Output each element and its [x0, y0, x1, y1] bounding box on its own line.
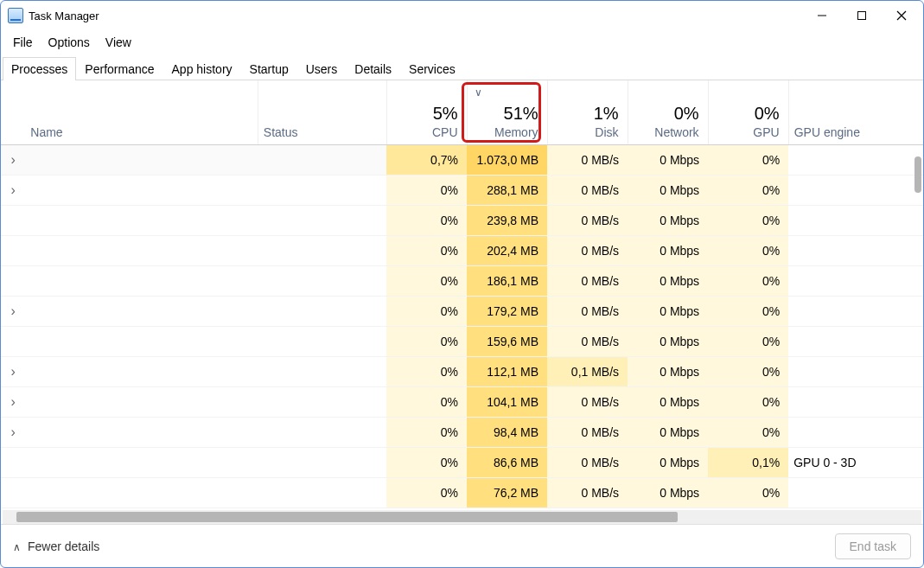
cell-network: 0 Mbps: [628, 386, 708, 417]
col-header-disk[interactable]: 1% Disk: [547, 80, 628, 144]
table-row[interactable]: 0%186,1 MB0 MB/s0 Mbps0%: [1, 265, 923, 296]
horizontal-scrollbar[interactable]: [3, 510, 921, 524]
chevron-right-icon: [10, 424, 15, 440]
col-header-status[interactable]: Status: [258, 80, 386, 144]
maximize-button[interactable]: [842, 3, 882, 29]
cell-status: [258, 417, 386, 447]
chevron-right-icon: [10, 394, 15, 410]
fewer-details-toggle[interactable]: Fewer details: [13, 539, 99, 553]
cell-gpu-engine: [788, 386, 923, 417]
cell-name: [25, 356, 258, 386]
cell-memory: 86,6 MB: [467, 447, 547, 477]
horizontal-scroll-thumb[interactable]: [16, 512, 678, 522]
expand-toggle[interactable]: [1, 356, 25, 386]
tab-services[interactable]: Services: [400, 57, 464, 80]
cell-disk: 0 MB/s: [547, 417, 628, 447]
col-header-expand[interactable]: [1, 80, 25, 144]
expand-toggle[interactable]: [1, 175, 25, 205]
cell-gpu-engine: [788, 175, 923, 205]
cell-name: [25, 477, 258, 507]
col-header-cpu[interactable]: 5% CPU: [386, 80, 467, 144]
cell-memory: 186,1 MB: [467, 265, 547, 296]
tab-details[interactable]: Details: [346, 57, 400, 80]
cell-gpu: 0%: [708, 477, 788, 507]
col-header-name[interactable]: Name: [25, 80, 258, 144]
tab-users[interactable]: Users: [297, 57, 347, 80]
cell-network: 0 Mbps: [628, 356, 708, 386]
cell-gpu: 0%: [708, 417, 788, 447]
tab-startup[interactable]: Startup: [241, 57, 297, 80]
cell-gpu-engine: GPU 0 - 3D: [788, 447, 923, 477]
vertical-scrollbar[interactable]: [911, 144, 923, 510]
col-header-gpu-engine[interactable]: GPU engine: [788, 80, 923, 144]
cell-cpu: 0%: [386, 235, 467, 265]
col-header-memory[interactable]: 51% Memory: [467, 80, 547, 144]
footer: Fewer details End task: [1, 524, 923, 567]
table-row[interactable]: 0%202,4 MB0 MB/s0 Mbps0%: [1, 235, 923, 265]
cell-gpu-engine: [788, 477, 923, 507]
cell-gpu-engine: [788, 296, 923, 326]
tab-processes[interactable]: Processes: [3, 57, 76, 80]
table-row[interactable]: 0%112,1 MB0,1 MB/s0 Mbps0%: [1, 356, 923, 386]
expand-toggle[interactable]: [1, 386, 25, 417]
maximize-icon: [857, 10, 867, 21]
cell-gpu: 0%: [708, 296, 788, 326]
cell-disk: 0 MB/s: [547, 386, 628, 417]
table-row[interactable]: 0%179,2 MB0 MB/s0 Mbps0%: [1, 296, 923, 326]
cell-memory: 179,2 MB: [467, 296, 547, 326]
cell-network: 0 Mbps: [628, 235, 708, 265]
cell-gpu-engine: [788, 265, 923, 296]
cell-name: [25, 447, 258, 477]
cell-name: [25, 386, 258, 417]
cell-network: 0 Mbps: [628, 205, 708, 235]
menu-view[interactable]: View: [98, 32, 139, 53]
expand-toggle[interactable]: [1, 417, 25, 447]
process-grid-wrap: Name Status 5% CPU: [1, 80, 923, 510]
cell-memory: 159,6 MB: [467, 326, 547, 356]
end-task-button[interactable]: End task: [835, 533, 911, 559]
table-row[interactable]: 0%98,4 MB0 MB/s0 Mbps0%: [1, 417, 923, 447]
cell-name: [25, 265, 258, 296]
col-header-gpu[interactable]: 0% GPU: [708, 80, 788, 144]
cell-status: [258, 175, 386, 205]
table-row[interactable]: 0%86,6 MB0 MB/s0 Mbps0,1%GPU 0 - 3D: [1, 447, 923, 477]
cell-memory: 239,8 MB: [467, 205, 547, 235]
cell-cpu: 0%: [386, 356, 467, 386]
cell-network: 0 Mbps: [628, 326, 708, 356]
col-header-network[interactable]: 0% Network: [628, 80, 708, 144]
menu-options[interactable]: Options: [41, 32, 98, 53]
table-row[interactable]: 0%104,1 MB0 MB/s0 Mbps0%: [1, 386, 923, 417]
menubar: File Options View: [1, 30, 923, 54]
expand-toggle: [1, 326, 25, 356]
table-row[interactable]: 0%76,2 MB0 MB/s0 Mbps0%: [1, 477, 923, 507]
cell-memory: 112,1 MB: [467, 356, 547, 386]
cell-disk: 0 MB/s: [547, 477, 628, 507]
table-row[interactable]: 0%239,8 MB0 MB/s0 Mbps0%: [1, 205, 923, 235]
cell-name: [25, 205, 258, 235]
close-button[interactable]: [882, 3, 921, 29]
tab-app-history[interactable]: App history: [163, 57, 241, 80]
cell-memory: 76,2 MB: [467, 477, 547, 507]
chevron-right-icon: [10, 152, 15, 168]
expand-toggle[interactable]: [1, 296, 25, 326]
chevron-up-icon: [13, 539, 21, 553]
cell-cpu: 0%: [386, 296, 467, 326]
menu-file[interactable]: File: [5, 32, 41, 53]
cell-network: 0 Mbps: [628, 265, 708, 296]
table-row[interactable]: 0%159,6 MB0 MB/s0 Mbps0%: [1, 326, 923, 356]
fewer-details-label: Fewer details: [28, 539, 99, 553]
table-row[interactable]: 0%288,1 MB0 MB/s0 Mbps0%: [1, 175, 923, 205]
minimize-button[interactable]: [802, 3, 842, 29]
cell-disk: 0 MB/s: [547, 205, 628, 235]
vertical-scroll-thumb[interactable]: [914, 156, 921, 193]
cell-network: 0 Mbps: [628, 296, 708, 326]
tab-performance[interactable]: Performance: [76, 57, 162, 80]
table-row[interactable]: 0,7%1.073,0 MB0 MB/s0 Mbps0%: [1, 144, 923, 175]
cell-network: 0 Mbps: [628, 417, 708, 447]
window-controls: [802, 3, 921, 29]
expand-toggle[interactable]: [1, 144, 25, 175]
cell-disk: 0 MB/s: [547, 265, 628, 296]
titlebar[interactable]: Task Manager: [1, 1, 923, 30]
cell-gpu-engine: [788, 144, 923, 175]
cell-gpu-engine: [788, 417, 923, 447]
